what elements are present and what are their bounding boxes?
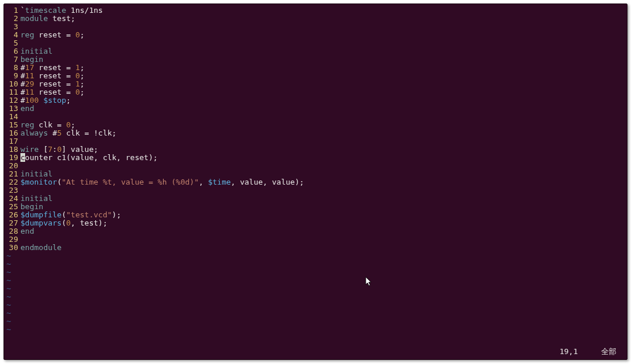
code-line[interactable]: 9#11 reset = 0; — [4, 72, 627, 80]
code-text[interactable]: #29 reset = 1; — [20, 80, 627, 88]
code-text[interactable]: reg clk = 0; — [20, 121, 627, 129]
empty-line-tilde: ~ — [4, 301, 627, 309]
code-line[interactable]: 14 — [4, 113, 627, 121]
token-num: 17 — [25, 63, 34, 72]
line-number: 23 — [4, 186, 20, 195]
code-text[interactable]: $dumpfile("test.vcd"); — [20, 211, 627, 219]
token-kw: reg — [20, 30, 34, 39]
token-sys: $time — [208, 178, 231, 186]
code-line[interactable]: 22$monitor("At time %t, value = %h (%0d)… — [4, 178, 627, 186]
code-line[interactable]: 3 — [4, 23, 627, 31]
line-number: 13 — [4, 105, 20, 113]
line-number: 25 — [4, 203, 20, 211]
code-line[interactable]: 21initial — [4, 170, 627, 178]
line-number: 20 — [4, 162, 20, 170]
token-num: 1 — [75, 63, 80, 72]
token-kw: initial — [20, 194, 53, 203]
line-number: 14 — [4, 113, 20, 121]
code-line[interactable]: 4reg reset = 0; — [4, 31, 627, 39]
token-kw: always — [20, 129, 48, 137]
token-plain: ` — [20, 6, 25, 15]
token-num: 100 — [25, 96, 39, 105]
code-line[interactable]: 1`timescale 1ns/1ns — [4, 6, 627, 15]
code-text[interactable]: initial — [20, 170, 627, 178]
token-plain: , value, value); — [231, 178, 304, 186]
code-text[interactable] — [20, 39, 627, 47]
code-text[interactable]: endmodule — [20, 244, 627, 252]
code-line[interactable]: 29 — [4, 235, 627, 244]
code-text[interactable]: reg reset = 0; — [20, 31, 627, 39]
code-text[interactable]: `timescale 1ns/1ns — [20, 6, 627, 15]
code-text[interactable] — [20, 113, 627, 121]
line-number: 10 — [4, 80, 20, 88]
code-line[interactable]: 13end — [4, 105, 627, 113]
code-line[interactable]: 23 — [4, 186, 627, 195]
line-number: 4 — [4, 31, 20, 39]
code-text[interactable]: #11 reset = 0; — [20, 88, 627, 96]
code-text[interactable]: end — [20, 227, 627, 235]
code-line[interactable]: 25begin — [4, 203, 627, 211]
code-line[interactable]: 11#11 reset = 0; — [4, 88, 627, 96]
code-text[interactable]: #100 $stop; — [20, 96, 627, 105]
line-number: 22 — [4, 178, 20, 186]
token-kw: initial — [20, 169, 53, 178]
code-line[interactable]: 20 — [4, 162, 627, 170]
code-line[interactable]: 17 — [4, 137, 627, 145]
line-number: 6 — [4, 47, 20, 56]
code-text[interactable]: begin — [20, 56, 627, 64]
code-text[interactable] — [20, 137, 627, 145]
code-line[interactable]: 15reg clk = 0; — [4, 121, 627, 129]
code-line[interactable]: 27$dumpvars(0, test); — [4, 219, 627, 227]
token-kw: end — [20, 227, 34, 235]
code-line[interactable]: 30endmodule — [4, 244, 627, 252]
code-line[interactable]: 10#29 reset = 1; — [4, 80, 627, 88]
token-sys: $dumpvars — [20, 219, 61, 227]
vim-status-bar: 19,1 全部 — [4, 348, 622, 357]
line-number: 8 — [4, 64, 20, 72]
code-text[interactable]: counter c1(value, clk, reset); — [20, 154, 627, 162]
empty-line-tilde: ~ — [4, 268, 627, 276]
code-line[interactable]: 26$dumpfile("test.vcd"); — [4, 211, 627, 219]
line-number: 30 — [4, 244, 20, 252]
code-text[interactable]: always #5 clk = !clk; — [20, 129, 627, 137]
token-plain: [ — [39, 145, 48, 154]
code-line[interactable]: 19counter c1(value, clk, reset); — [4, 154, 627, 162]
code-line[interactable]: 7begin — [4, 56, 627, 64]
code-text[interactable] — [20, 186, 627, 195]
code-text[interactable]: #17 reset = 1; — [20, 64, 627, 72]
code-line[interactable]: 12#100 $stop; — [4, 96, 627, 105]
code-text[interactable]: module test; — [20, 15, 627, 23]
code-line[interactable]: 18wire [7:0] value; — [4, 145, 627, 154]
code-text[interactable]: initial — [20, 195, 627, 203]
code-text[interactable]: initial — [20, 47, 627, 56]
code-text[interactable]: #11 reset = 0; — [20, 72, 627, 80]
code-line[interactable]: 5 — [4, 39, 627, 47]
code-line[interactable]: 16always #5 clk = !clk; — [4, 129, 627, 137]
code-text[interactable]: end — [20, 105, 627, 113]
token-num: 0 — [66, 120, 71, 129]
scroll-indicator: 全部 — [601, 348, 616, 357]
token-plain: reset = — [34, 30, 75, 39]
vim-terminal[interactable]: 1`timescale 1ns/1ns2module test;34reg re… — [4, 4, 627, 360]
code-text[interactable] — [20, 235, 627, 244]
text-cursor: c — [20, 153, 25, 162]
token-plain: # — [20, 96, 25, 105]
code-text[interactable]: $dumpvars(0, test); — [20, 219, 627, 227]
code-text[interactable]: wire [7:0] value; — [20, 145, 627, 154]
code-text[interactable] — [20, 23, 627, 31]
code-line[interactable]: 6initial — [4, 47, 627, 56]
code-text[interactable]: $monitor("At time %t, value = %h (%0d)",… — [20, 178, 627, 186]
code-line[interactable]: 8#17 reset = 1; — [4, 64, 627, 72]
code-line[interactable]: 2module test; — [4, 15, 627, 23]
token-plain: # — [20, 88, 25, 96]
token-plain: ; — [80, 30, 85, 39]
code-line[interactable]: 24initial — [4, 195, 627, 203]
token-kw: timescale — [25, 6, 66, 15]
token-kw: reg — [20, 120, 34, 129]
code-line[interactable]: 28end — [4, 227, 627, 235]
token-plain: ; — [80, 79, 85, 88]
line-number: 2 — [4, 15, 20, 23]
code-text[interactable] — [20, 162, 627, 170]
code-text[interactable]: begin — [20, 203, 627, 211]
code-area[interactable]: 1`timescale 1ns/1ns2module test;34reg re… — [4, 6, 627, 348]
